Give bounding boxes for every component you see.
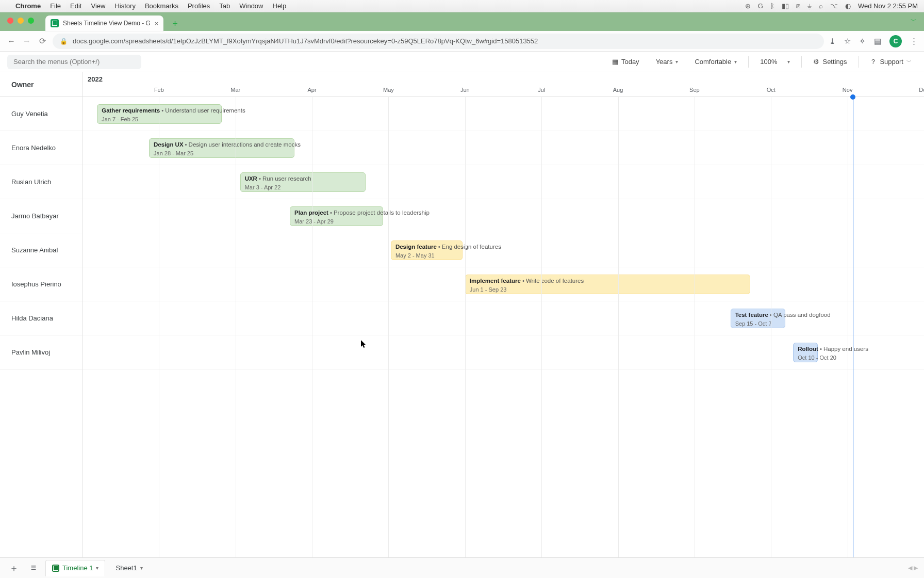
toolbar-divider	[801, 56, 802, 68]
status-icon-wifi[interactable]: ⏚	[807, 2, 812, 10]
add-sheet-button[interactable]: ＋	[6, 560, 22, 576]
mac-menu-edit[interactable]: Edit	[70, 2, 81, 10]
window-maximize-button[interactable]	[28, 18, 34, 24]
new-tab-button[interactable]: +	[168, 17, 182, 31]
timeline-task[interactable]: Plan project•Propose project details to …	[290, 206, 383, 226]
month-label: Sep	[689, 87, 700, 93]
task-desc: Propose project details to leadership	[334, 210, 430, 216]
browser-tab[interactable]: Sheets Timeline View Demo - G ×	[45, 15, 163, 31]
timeline-task[interactable]: Design UX•Design user interactions and c…	[149, 138, 294, 158]
mac-menu-file[interactable]: File	[50, 2, 61, 10]
status-icon-screen[interactable]: ⎚	[796, 2, 800, 10]
owner-name: Enora Nedelko	[11, 144, 56, 152]
mac-app-name[interactable]: Chrome	[15, 2, 41, 10]
extensions-icon[interactable]: ✧	[859, 37, 866, 46]
task-desc: Write code of features	[526, 278, 584, 284]
zoom-label: 100%	[760, 58, 777, 66]
mac-clock[interactable]: Wed Nov 2 2:55 PM	[858, 2, 918, 10]
chevron-down-icon: ﹀	[906, 58, 912, 66]
status-icon-google[interactable]: G	[758, 2, 763, 10]
owner-row[interactable]: Guy Venetia	[0, 97, 82, 131]
nav-forward-button[interactable]: →	[22, 37, 32, 46]
timeline-task[interactable]: Test feature•QA pass and dogfoodSep 15 -…	[731, 309, 786, 328]
tabstrip-overflow-icon[interactable]: ﹀	[911, 17, 917, 25]
month-label: Apr	[308, 87, 317, 93]
owner-row[interactable]: Iosephus Pierino	[0, 267, 82, 301]
window-minimize-button[interactable]	[18, 18, 24, 24]
sheet-tab-timeline[interactable]: Timeline 1 ▾	[45, 560, 105, 576]
grid-vline	[236, 97, 236, 557]
timeline-lane: Plan project•Propose project details to …	[82, 199, 924, 233]
mac-menu-help[interactable]: Help	[273, 2, 287, 10]
all-sheets-button[interactable]: ≡	[26, 560, 41, 576]
owner-row[interactable]: Hilda Daciana	[0, 301, 82, 335]
owner-name: Hilda Daciana	[11, 314, 53, 322]
chevron-down-icon: ▾	[675, 59, 678, 65]
grid-vline	[465, 97, 466, 557]
today-label: Today	[621, 58, 639, 66]
timeline-tab-icon	[52, 565, 59, 572]
omnibox[interactable]: 🔒 docs.google.com/spreadsheets/d/1eIpOzJ…	[53, 34, 824, 49]
bookmark-star-icon[interactable]: ☆	[844, 37, 851, 46]
profile-avatar[interactable]: C	[889, 35, 902, 47]
today-button[interactable]: ▦ Today	[607, 54, 645, 70]
zoom-dropdown[interactable]: 100% ▾	[755, 54, 795, 70]
range-dropdown[interactable]: Years ▾	[651, 54, 684, 70]
owner-row[interactable]: Jarmo Batbayar	[0, 199, 82, 233]
status-icon-siri[interactable]: ◐	[845, 2, 851, 10]
support-button[interactable]: ？ Support ﹀	[865, 54, 917, 70]
sheet-tab-sheet1[interactable]: Sheet1 ▾	[109, 560, 148, 576]
status-icon-translate[interactable]: ⊕	[745, 2, 751, 10]
mac-menu-tab[interactable]: Tab	[219, 2, 230, 10]
side-panel-icon[interactable]: ▤	[874, 37, 881, 46]
mac-menu-view[interactable]: View	[91, 2, 105, 10]
search-menus-input[interactable]: Search the menus (Option+/)	[7, 55, 141, 69]
mac-menu-bookmarks[interactable]: Bookmarks	[145, 2, 178, 10]
density-dropdown[interactable]: Comfortable ▾	[689, 54, 742, 70]
timeline-lane: Gather requirements•Understand user requ…	[82, 97, 924, 131]
task-desc: Run user research	[262, 175, 311, 182]
chevron-down-icon[interactable]: ▾	[96, 565, 98, 571]
mac-menu-profiles[interactable]: Profiles	[188, 2, 210, 10]
status-icon-control-center[interactable]: ⌥	[830, 2, 838, 10]
nav-back-button[interactable]: ←	[6, 37, 16, 46]
sheet-tab-label: Timeline 1	[62, 564, 93, 572]
window-close-button[interactable]	[7, 18, 13, 24]
timeline-task[interactable]: UXR•Run user researchMar 3 - Apr 22	[240, 172, 366, 192]
sheet-tabs-scroll[interactable]: ◀ ▶	[908, 565, 918, 571]
month-label: Feb	[154, 87, 164, 93]
timeline-task[interactable]: Design feature•Eng design of featuresMay…	[391, 240, 463, 260]
status-icon-battery[interactable]: ▮▯	[782, 2, 789, 10]
install-app-icon[interactable]: ⤓	[829, 37, 836, 46]
chrome-menu-icon[interactable]: ⋮	[910, 37, 918, 46]
browser-tab-title: Sheets Timeline View Demo - G	[63, 20, 151, 27]
owner-row[interactable]: Ruslan Ulrich	[0, 165, 82, 199]
grid-vline	[541, 97, 542, 557]
mac-menu-history[interactable]: History	[114, 2, 135, 10]
grid-vline	[771, 97, 771, 557]
timeline-lane: Design feature•Eng design of featuresMay…	[82, 233, 924, 267]
mac-menu-window[interactable]: Window	[239, 2, 263, 10]
owner-name: Iosephus Pierino	[11, 280, 61, 288]
owner-row[interactable]: Suzanne Anibal	[0, 233, 82, 267]
timeline-task[interactable]: Implement feature•Write code of features…	[465, 275, 750, 294]
chevron-down-icon: ▾	[787, 59, 790, 65]
task-title: UXR	[245, 175, 257, 182]
sheets-toolbar: Search the menus (Option+/) ▦ Today Year…	[0, 52, 924, 72]
status-icon-bluetooth[interactable]: ᛒ	[770, 2, 774, 10]
owner-name: Ruslan Ulrich	[11, 178, 51, 186]
status-icon-search[interactable]: ⌕	[819, 2, 823, 10]
tab-close-icon[interactable]: ×	[155, 20, 159, 27]
timeline-grid[interactable]: 2022 FebMarAprMayJunJulAugSepOctNovDec G…	[82, 72, 924, 557]
search-menus-placeholder: Search the menus (Option+/)	[13, 58, 100, 66]
month-label: Aug	[613, 87, 623, 93]
owner-row[interactable]: Pavlin Milivoj	[0, 335, 82, 370]
toolbar-divider	[748, 56, 749, 68]
owner-row[interactable]: Enora Nedelko	[0, 131, 82, 165]
task-title: Rollout	[798, 346, 818, 352]
chevron-down-icon[interactable]: ▾	[140, 565, 143, 571]
settings-button[interactable]: ⚙ Settings	[808, 54, 852, 70]
timeline-task[interactable]: Rollout•Happy end usersOct 10 - Oct 20	[793, 343, 817, 362]
nav-reload-button[interactable]: ⟳	[37, 36, 47, 46]
timeline-lane: Design UX•Design user interactions and c…	[82, 131, 924, 165]
